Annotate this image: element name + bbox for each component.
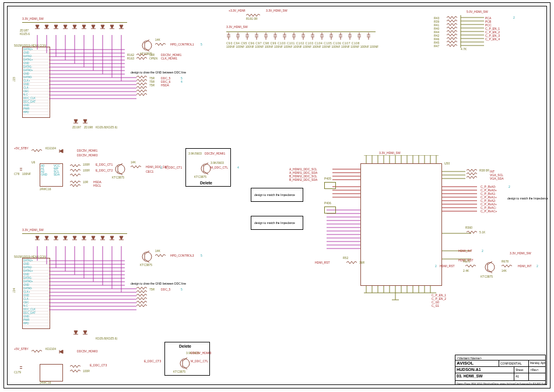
pullup-refs: R43 R39 R41 R40 R44 R42 R46 R45 R47 [434, 16, 439, 48]
rail-5v-sw: 5.0V_HDMI_SW [467, 10, 488, 13]
zd-part: KDZ6.8(KDZ5.6) [96, 126, 117, 129]
net: M_DDC_CTL [211, 166, 228, 169]
cap-val: 100NF 100NF 100NF 100NF 100NF 100NF 100N… [226, 46, 378, 48]
block-hdmi-j24: 3.3V_HDMI_SW 5015810019-HDMI CON J24 DAT… [14, 229, 212, 340]
svg-point-192 [180, 359, 190, 368]
svg-point-182 [142, 252, 152, 261]
arr-pad [324, 206, 336, 214]
svg-marker-45 [74, 120, 78, 123]
net: DDC5V_HDMI1 [77, 149, 97, 152]
hpd-trans-block: KTC3875 14K HPD_CONTROL1 5 [140, 37, 204, 55]
note-ddc: design to draw the GND between DDC line [131, 282, 186, 285]
zd-ref: ZD198 [84, 126, 93, 129]
val-47k: 4.7K [461, 48, 467, 51]
ic-ref: U6 [31, 161, 35, 164]
val: 100R [83, 163, 90, 166]
titleblock: <Variant Name> AVISOL CONFIDENTIAL Monda… [455, 355, 546, 385]
delete-label: Delete [179, 345, 191, 348]
sheet-ref: 5 [201, 43, 202, 46]
rail: 3.3V_HDMI_SW [379, 152, 401, 155]
net: CLK_HDMI1 [161, 57, 177, 60]
rail-33v: +3.3V_HDMI [229, 9, 246, 12]
sheet-ref: 4 [181, 80, 183, 83]
net: DDC5V_HDMI3 [77, 350, 97, 353]
val: OPEN [149, 57, 157, 60]
block-eeprom-2: +5V_STBY KD2104 DDC5V_HDMI3 24WC16 C179 … [14, 348, 166, 383]
block-hdmi-j23: 3.3V_HDMI_SW ZD187 KDZ5.6 [14, 18, 212, 128]
ic-switch [360, 163, 442, 286]
rail-33v-sw: 3.3V_HDMI_SW [266, 9, 287, 12]
note-ddc: design to draw the GND between DDC line [131, 71, 186, 74]
q: KTC3875 [194, 176, 206, 178]
tb-variant: <Variant Name> [455, 355, 545, 360]
val: 100R [83, 169, 90, 172]
svg-marker-188 [83, 331, 87, 334]
svg-marker-127 [59, 149, 63, 153]
ic-pins-right: VCC WP SCL SDA [54, 164, 60, 176]
val-75r: 75R [149, 84, 155, 87]
rail-wire [226, 32, 376, 32]
ic-eeprom [40, 364, 63, 382]
sheet-ref: 2 [513, 16, 515, 19]
net: DDC5V_HDMI3 [77, 154, 97, 157]
net-hpd: HPD_CONTROL1 [170, 43, 194, 46]
ic-pins-left: A0 A1 A2 GND [41, 164, 47, 176]
val: 14K [131, 161, 136, 164]
net: DDC5V_HDMI1 [205, 152, 225, 155]
svg-point-49 [142, 41, 152, 50]
q-part: KTC3875 [140, 52, 152, 55]
net-ddc: HSDA [161, 84, 169, 87]
net: CEC1 [146, 170, 153, 173]
tb-confidential: CONFIDENTIAL [499, 360, 529, 366]
net: E_DDC_CT2 [96, 169, 113, 172]
val: 3.9K/0603 [188, 152, 202, 155]
tb-size: A1 [514, 373, 529, 380]
ic-part: 24WC16 [40, 188, 51, 191]
delete-box-1: Delete DDC5V_HDMI1 3.9K/0603 KTC3875 E_D… [185, 148, 231, 187]
svg-point-129 [115, 164, 125, 174]
zd-ref: ZD197 [72, 126, 81, 129]
block-eeprom-1: +5V_STBY KD2104 DDC5V_HDMI1 DDC5V_HDMI3 … [14, 147, 177, 194]
net: E_DDC_CT1 [165, 166, 182, 169]
tb-address: Daeen Plaza #804 143-5 ShinchonDong, seo… [455, 381, 545, 387]
rref: R163 [127, 57, 134, 60]
tb-date: Monday, April 21, 2008 [529, 360, 545, 366]
svg-marker-190 [59, 350, 63, 354]
block-pullups: 5.0V_HDMI_SW R43 R39 R41 R40 R44 R42 R [443, 10, 542, 57]
block-reg: +3.3V_HDMI 3.3V_HDMI_SW R191 0R [229, 9, 299, 21]
svg-point-259 [485, 262, 495, 272]
tb-company: AVISOL [455, 360, 499, 366]
tb-sheet: 03. HDMI_SW [455, 373, 514, 380]
block-caps: 3.3V_HDMI_SW C93 C94 C95 C96 C97 C98 C99… [226, 26, 378, 49]
block-switch-ic: 3.3V_HDMI_SW U50 [315, 152, 537, 309]
rail-33v-sw: 3.3V_HDMI_SW [226, 26, 248, 29]
diode: KD2104 [45, 147, 56, 150]
rail-5v-stby: +5V_STBY [14, 147, 29, 150]
cap-val: 100NF [22, 173, 31, 176]
svg-point-133 [201, 164, 211, 173]
svg-marker-47 [83, 120, 87, 123]
cap [20, 167, 22, 172]
net-hpd: HPD_CONTROL3 [170, 254, 194, 257]
arr-pad [324, 182, 336, 189]
net: HSCL [93, 184, 101, 187]
hpd-trans-block-2: KTC3875 14K HPD_CONTROL3 5 [140, 249, 204, 266]
delete-box-2: Delete 3.9K/0603 KTC3875 E_DDC_CT3 M_DDC… [164, 342, 210, 376]
pullup-nets: PCA PCB PCC C_P_EN_1 C_P_EN_2 C_P_EN_3 C… [485, 16, 500, 41]
delete-label: Delete [200, 181, 212, 184]
svg-marker-186 [74, 331, 78, 334]
block-rst-trans: 3.3V_HDMI_SW KTC3875 R670 2.4K R678 14K … [463, 252, 539, 281]
val: 3.9K/0603 [211, 162, 224, 164]
q: KTC3875 [112, 176, 124, 179]
tb-project: HUDSON-A1 [455, 367, 514, 373]
tb-rev: <Rev> [529, 367, 545, 373]
r-base: 14K [155, 38, 160, 41]
val: 10R [83, 181, 88, 184]
net: E_DDC_CT1 [96, 163, 113, 166]
